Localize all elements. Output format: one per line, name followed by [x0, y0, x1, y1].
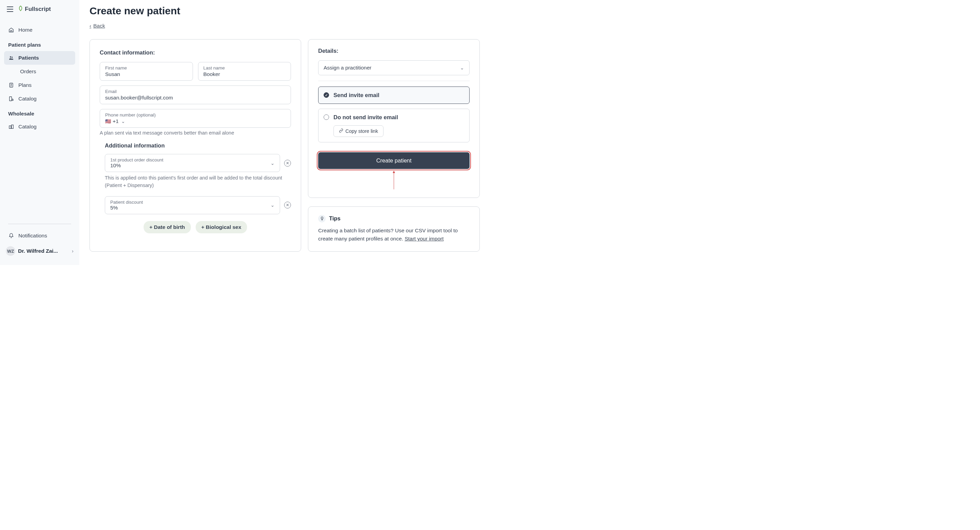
last-name-input[interactable]: [204, 71, 286, 77]
email-label: Email: [105, 89, 285, 94]
tips-title: Tips: [329, 215, 340, 222]
patient-discount-value: 5%: [110, 205, 270, 211]
first-name-input[interactable]: [105, 71, 188, 77]
back-label: Back: [93, 23, 105, 29]
brand-name: Fullscript: [25, 6, 51, 13]
details-label: Details:: [318, 48, 469, 54]
nav-patients[interactable]: Patients: [4, 51, 75, 65]
nav-section-wholesale: Wholesale: [4, 105, 75, 120]
first-order-discount-select[interactable]: 1st product order discount 10% ⌄: [105, 154, 280, 172]
brand-logo: Fullscript: [18, 5, 51, 13]
home-icon: [8, 27, 14, 33]
do-not-send-invite-option[interactable]: Do not send invite email Copy store link: [318, 109, 469, 142]
svg-rect-9: [9, 126, 11, 128]
svg-rect-10: [11, 125, 13, 129]
first-order-discount-value: 10%: [110, 163, 270, 169]
plans-icon: [8, 82, 14, 88]
arrow-annotation: [318, 171, 469, 189]
create-patient-button[interactable]: Create patient: [318, 152, 469, 169]
first-name-label: First name: [105, 65, 188, 70]
tips-card: Tips Creating a batch list of patients? …: [308, 206, 480, 252]
phone-label: Phone number (optional): [105, 112, 285, 118]
patient-discount-label: Patient discount: [110, 200, 270, 205]
link-icon: [339, 128, 343, 134]
sidebar: Fullscript Home Patient plans Patients O…: [0, 0, 79, 265]
radio-checked-icon: [324, 92, 329, 98]
phone-field[interactable]: Phone number (optional) 🇺🇸 +1 ⌄: [100, 109, 291, 128]
last-name-label: Last name: [204, 65, 286, 70]
svg-point-0: [10, 56, 11, 57]
last-name-field[interactable]: Last name: [198, 62, 291, 81]
sidebar-divider: [8, 224, 71, 224]
chevron-left-icon: ‹: [89, 23, 91, 29]
chevron-down-icon[interactable]: ⌄: [121, 118, 125, 124]
assign-practitioner-label: Assign a practitioner: [324, 65, 371, 71]
email-field[interactable]: Email: [100, 86, 291, 104]
remove-patient-discount-button[interactable]: ✕: [284, 202, 291, 208]
remove-first-discount-button[interactable]: ✕: [284, 160, 291, 166]
divider: [318, 81, 469, 81]
send-invite-option[interactable]: Send invite email: [318, 86, 469, 104]
contact-info-label: Contact information:: [100, 49, 291, 56]
tips-text: Creating a batch list of patients? Use o…: [318, 227, 469, 244]
back-link[interactable]: ‹ Back: [89, 23, 105, 29]
copy-store-link-button[interactable]: Copy store link: [334, 125, 383, 137]
add-dob-button[interactable]: + Date of birth: [143, 221, 191, 233]
radio-unchecked-icon: [324, 115, 329, 120]
nav-catalog[interactable]: Catalog: [4, 92, 75, 105]
chevron-down-icon: ⌄: [460, 65, 464, 70]
chevron-right-icon: ›: [72, 248, 73, 254]
patient-discount-select[interactable]: Patient discount 5% ⌄: [105, 196, 280, 214]
main-content: Create new patient ‹ Back Contact inform…: [79, 0, 490, 265]
svg-point-1: [11, 57, 13, 57]
catalog-icon: [8, 96, 14, 102]
first-name-field[interactable]: First name: [100, 62, 193, 81]
contact-card: Contact information: First name Last nam…: [89, 39, 301, 252]
svg-rect-6: [10, 97, 12, 101]
us-flag-icon: 🇺🇸: [105, 118, 111, 124]
brand-leaf-icon: [18, 5, 24, 13]
discount-helper-text: This is applied onto this patient's firs…: [100, 174, 291, 189]
user-menu[interactable]: WZ Dr. Wilfred Zai... ›: [4, 243, 75, 260]
start-import-link[interactable]: Start your import: [404, 236, 444, 241]
nav-notifications[interactable]: Notifications: [4, 229, 75, 243]
close-icon: ✕: [286, 161, 289, 166]
user-name: Dr. Wilfred Zai...: [18, 248, 69, 254]
nav-catalog-label: Catalog: [18, 96, 37, 102]
page-title: Create new patient: [89, 5, 480, 17]
avatar: WZ: [6, 246, 15, 256]
patients-icon: [8, 55, 14, 61]
add-biological-sex-button[interactable]: + Biological sex: [196, 221, 247, 233]
svg-point-7: [12, 99, 13, 101]
nav-plans[interactable]: Plans: [4, 78, 75, 92]
nav-orders-label: Orders: [20, 69, 36, 75]
nav-wholesale-catalog-label: Catalog: [18, 124, 37, 130]
nav-plans-label: Plans: [18, 82, 32, 88]
copy-store-link-label: Copy store link: [345, 128, 378, 134]
nav-notifications-label: Notifications: [18, 233, 47, 239]
details-card: Details: Assign a practitioner ⌄ Send in…: [308, 39, 480, 198]
email-input[interactable]: [105, 95, 285, 101]
nav-home[interactable]: Home: [4, 23, 75, 37]
first-order-discount-label: 1st product order discount: [110, 157, 270, 163]
svg-marker-12: [393, 171, 395, 173]
additional-info-label: Additional information: [105, 142, 291, 149]
chevron-down-icon: ⌄: [270, 160, 275, 166]
close-icon: ✕: [286, 203, 289, 208]
phone-helper-text: A plan sent via text message converts be…: [100, 130, 291, 136]
nav-home-label: Home: [18, 27, 32, 33]
nav-wholesale-catalog[interactable]: Catalog: [4, 120, 75, 134]
wholesale-catalog-icon: [8, 124, 14, 130]
do-not-send-label: Do not send invite email: [334, 114, 398, 121]
phone-code: +1: [113, 118, 119, 125]
lightbulb-icon: [318, 215, 326, 222]
bell-icon: [8, 233, 14, 239]
nav-orders[interactable]: Orders: [4, 65, 75, 78]
nav-section-patient-plans: Patient plans: [4, 37, 75, 51]
send-invite-label: Send invite email: [334, 92, 379, 99]
nav-patients-label: Patients: [18, 55, 39, 61]
chevron-down-icon: ⌄: [270, 202, 275, 208]
assign-practitioner-select[interactable]: Assign a practitioner ⌄: [318, 60, 469, 75]
hamburger-menu-button[interactable]: [7, 6, 13, 12]
